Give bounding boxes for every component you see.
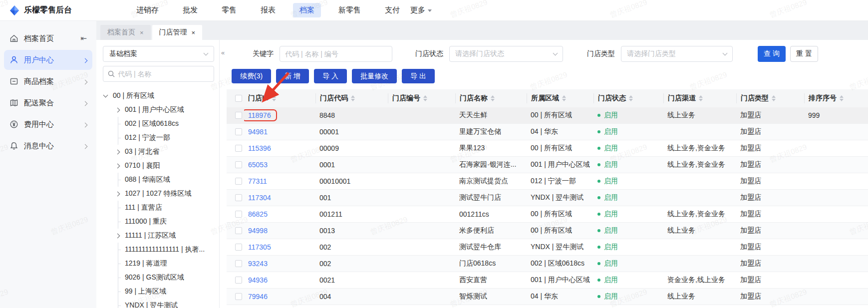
store-id-link[interactable]: 118976: [244, 109, 277, 121]
row-checkbox[interactable]: [235, 145, 242, 152]
tree-node[interactable]: 00 | 所有区域: [103, 89, 214, 103]
toolbar-button-续费(3)[interactable]: 续费(3): [232, 69, 271, 83]
tab-门店管理[interactable]: 门店管理 ×: [152, 25, 203, 40]
store-id-link[interactable]: 65053: [248, 161, 268, 169]
sidebar-item-label: 消息中心: [24, 141, 54, 151]
column-header-门店编号[interactable]: 门店编号: [388, 93, 455, 103]
toolbar-button-批量修改[interactable]: 批量修改: [352, 69, 397, 83]
archive-type-select[interactable]: 基础档案: [103, 46, 214, 62]
tree-node[interactable]: 9026 | GS测试区域: [103, 271, 214, 285]
store-type-select[interactable]: 请选择门店类型: [621, 46, 733, 62]
navbar-item-新零售[interactable]: 新零售: [332, 3, 367, 17]
store-id-link[interactable]: 115396: [248, 144, 271, 152]
store-name-cell: 测试翌牛仓库: [455, 243, 527, 252]
store-channel-cell: 线上业务,资金业务: [663, 210, 736, 219]
tree-node[interactable]: 111000 | 重庆: [103, 215, 214, 229]
store-id-link[interactable]: 77311: [248, 177, 267, 185]
store-channel-cell: 资金业务,线上业务: [663, 276, 736, 285]
tree-node[interactable]: 1027 | 1027 特殊区域: [103, 187, 214, 201]
navbar-item-档案[interactable]: 档案: [293, 3, 321, 17]
row-checkbox[interactable]: [235, 277, 242, 284]
column-header-门店代码[interactable]: 门店代码: [315, 93, 388, 103]
tree-caret-icon: [116, 150, 125, 154]
sort-icon: [423, 95, 427, 101]
select-all-checkbox[interactable]: [235, 95, 242, 102]
column-header-排序序号[interactable]: 排序序号: [804, 93, 868, 103]
toolbar-button-导 出[interactable]: 导 出: [402, 69, 435, 83]
row-checkbox[interactable]: [235, 293, 242, 300]
store-type-cell: 加盟店: [736, 226, 804, 235]
toolbar-button-导 入[interactable]: 导 入: [314, 69, 347, 83]
row-checkbox[interactable]: [235, 211, 242, 218]
toolbar-button-新 增[interactable]: 新 增: [276, 69, 309, 83]
tree-node[interactable]: 088 | 华南区域: [103, 173, 214, 187]
navbar-item-零售[interactable]: 零售: [215, 3, 243, 17]
sort-icon: [772, 95, 776, 101]
store-status-select[interactable]: 请选择门店状态: [449, 46, 563, 62]
keyword-input[interactable]: [280, 46, 392, 62]
tree-node[interactable]: 111 | 直营店: [103, 201, 214, 215]
reset-button[interactable]: 重 置: [790, 46, 818, 62]
tree-node[interactable]: 99 | 上海区域: [103, 285, 214, 299]
sidebar-item-档案首页[interactable]: 档案首页 ⇤: [4, 28, 92, 48]
tree-node[interactable]: 1111111111111111 | 执著...: [103, 243, 214, 257]
store-region-cell: 001 | 用户中心区域: [527, 160, 593, 169]
tree-caret-icon: [104, 95, 113, 97]
column-header-门店渠道[interactable]: 门店渠道: [663, 93, 736, 103]
store-name-cell: 南京测试提货点: [455, 177, 527, 186]
store-region-cell: YNDX | 翌牛测试: [527, 193, 593, 202]
row-checkbox[interactable]: [235, 112, 242, 119]
column-header-门店类型[interactable]: 门店类型: [736, 93, 804, 103]
column-header-所属区域[interactable]: 所属区域: [527, 93, 593, 103]
navbar-more-menu[interactable]: 更多: [406, 3, 436, 17]
sidebar-item-费用中心[interactable]: 费用中心: [4, 114, 92, 134]
sidebar-item-配送聚合[interactable]: 配送聚合: [4, 93, 92, 113]
tree-node[interactable]: YNDX | 翌牛测试: [103, 299, 214, 308]
column-header-门店名称[interactable]: 门店名称: [455, 93, 527, 103]
row-checkbox[interactable]: [235, 161, 242, 168]
row-checkbox[interactable]: [235, 227, 242, 234]
tree-node[interactable]: 012 | 宁波一部: [103, 131, 214, 145]
store-id-link[interactable]: 93243: [248, 260, 268, 268]
tab-close-icon[interactable]: ×: [140, 29, 144, 36]
panel-collapse-icon[interactable]: «: [221, 49, 225, 56]
navbar-more-label: 更多: [410, 5, 425, 15]
store-id-link[interactable]: 94936: [248, 276, 268, 284]
tree-node[interactable]: 001 | 用户中心区域: [103, 103, 214, 117]
left-sidebar: 档案首页 ⇤ 用户中心 商品档案 配送聚合 费用中心 消息中心: [0, 21, 96, 308]
tree-node[interactable]: 0710 | 襄阳: [103, 159, 214, 173]
row-checkbox[interactable]: [235, 244, 242, 251]
navbar-item-支付[interactable]: 支付: [378, 3, 406, 17]
region-tree: 00 | 所有区域 001 | 用户中心区域 002 | 区域0618cs 01…: [103, 89, 214, 308]
column-header-门店状态[interactable]: 门店状态: [593, 93, 663, 103]
store-id-link[interactable]: 117305: [248, 243, 271, 251]
sidebar-item-用户中心[interactable]: 用户中心: [4, 50, 92, 70]
tree-node[interactable]: 11111 | 江苏区域: [103, 229, 214, 243]
row-checkbox[interactable]: [235, 260, 242, 267]
store-code-cell: 0001: [315, 161, 388, 169]
tree-node[interactable]: 002 | 区域0618cs: [103, 117, 214, 131]
sidebar-collapse-icon[interactable]: ⇤: [80, 34, 87, 42]
navbar-item-报表[interactable]: 报表: [254, 3, 282, 17]
navbar-item-进销存[interactable]: 进销存: [130, 3, 165, 17]
row-checkbox[interactable]: [235, 128, 242, 135]
tree-node[interactable]: 03 | 河北省: [103, 145, 214, 159]
store-id-link[interactable]: 117304: [248, 194, 271, 202]
store-id-link[interactable]: 79946: [248, 293, 268, 301]
row-checkbox[interactable]: [235, 178, 242, 185]
column-header-门店ID[interactable]: 门店ID: [244, 93, 315, 103]
row-checkbox[interactable]: [235, 194, 242, 201]
app-logo: 乐檬零售后台: [9, 5, 72, 16]
status-dot-icon: [597, 180, 600, 183]
store-id-link[interactable]: 94998: [248, 227, 268, 235]
sidebar-item-商品档案[interactable]: 商品档案: [4, 71, 92, 91]
store-id-link[interactable]: 94981: [248, 128, 268, 136]
tab-close-icon[interactable]: ×: [192, 29, 196, 36]
tree-search-input[interactable]: [118, 70, 209, 78]
navbar-item-批发[interactable]: 批发: [176, 3, 204, 17]
tab-档案首页[interactable]: 档案首页 ×: [100, 25, 151, 40]
sidebar-item-消息中心[interactable]: 消息中心: [4, 136, 92, 156]
tree-node[interactable]: 1219 | 蒋道理: [103, 257, 214, 271]
store-id-link[interactable]: 86825: [248, 210, 268, 218]
query-button[interactable]: 查 询: [758, 46, 786, 62]
